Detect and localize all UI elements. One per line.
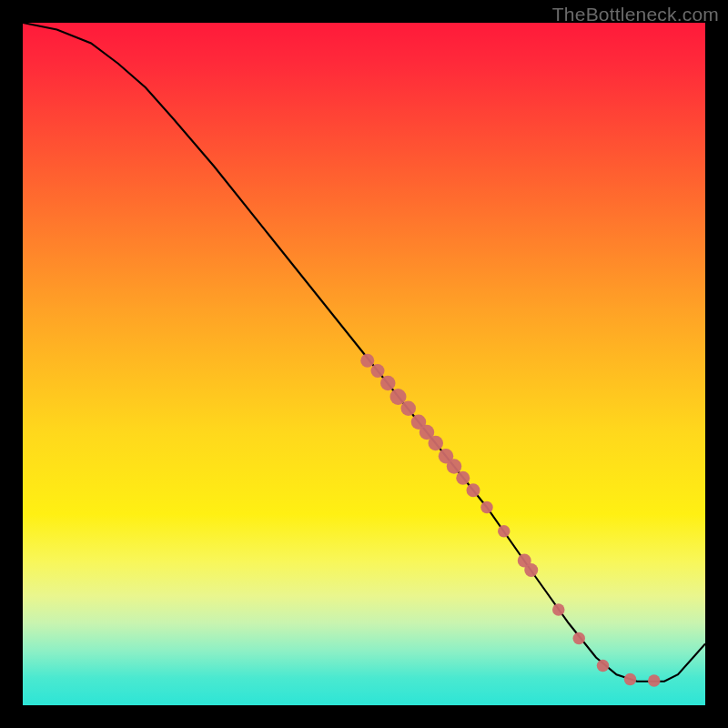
data-marker: [597, 660, 610, 672]
data-marker: [447, 459, 462, 474]
data-marker: [429, 436, 444, 451]
chart-frame: TheBottleneck.com: [0, 0, 728, 728]
data-marker: [524, 563, 538, 577]
curve-svg: [23, 23, 705, 705]
data-markers: [360, 354, 660, 687]
data-marker: [401, 401, 417, 417]
bottleneck-curve: [23, 23, 705, 682]
data-marker: [648, 674, 661, 687]
data-marker: [480, 501, 493, 514]
data-marker: [467, 483, 480, 497]
data-marker: [624, 673, 637, 686]
data-marker: [360, 354, 374, 368]
data-marker: [498, 525, 511, 538]
plot-area: [23, 23, 705, 705]
data-marker: [573, 632, 586, 645]
data-marker: [380, 376, 396, 391]
data-marker: [456, 471, 470, 485]
data-marker: [552, 603, 565, 616]
data-marker: [371, 364, 385, 378]
